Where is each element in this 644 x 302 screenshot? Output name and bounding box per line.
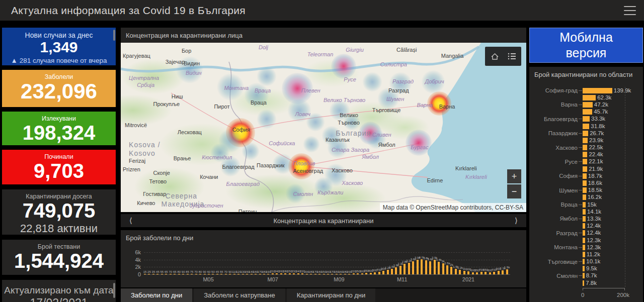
daily-bar-label: 65 bbox=[165, 270, 168, 273]
region-bar[interactable] bbox=[583, 152, 587, 157]
region-value: 12.3k bbox=[587, 244, 601, 250]
daily-bar bbox=[498, 271, 500, 274]
bar-track: 16.2k bbox=[583, 194, 643, 200]
region-bar[interactable] bbox=[583, 230, 585, 236]
region-bar[interactable] bbox=[583, 166, 587, 172]
region-bar[interactable] bbox=[583, 95, 596, 100]
tab-3[interactable]: Карантинирани по дни bbox=[287, 288, 376, 302]
region-bar[interactable] bbox=[583, 138, 588, 143]
daily-bar bbox=[450, 267, 452, 274]
axis-tick bbox=[578, 261, 583, 262]
region-value: 10.1k bbox=[586, 258, 600, 264]
daily-bar-label: 80 bbox=[199, 270, 202, 273]
region-bar[interactable] bbox=[583, 209, 586, 215]
region-bar[interactable] bbox=[583, 173, 587, 179]
daily-bar bbox=[220, 274, 222, 274]
daily-bar bbox=[374, 272, 376, 274]
daily-bar bbox=[463, 271, 465, 274]
daily-bar bbox=[191, 274, 193, 274]
region-bar[interactable] bbox=[583, 102, 593, 108]
axis-tick bbox=[578, 275, 583, 276]
daily-chart-panel: Брой заболели по дни 6k4k2k0152535455565… bbox=[121, 230, 526, 287]
region-bar[interactable] bbox=[583, 280, 584, 286]
region-row: 22.4k bbox=[529, 151, 643, 158]
region-bar[interactable] bbox=[583, 88, 612, 93]
daily-bar bbox=[170, 274, 172, 274]
hamburger-menu-icon[interactable] bbox=[624, 6, 636, 15]
tab-2[interactable]: Заболели с натрупване bbox=[194, 288, 285, 302]
daily-bar bbox=[493, 272, 495, 274]
scrollbar[interactable] bbox=[113, 30, 115, 41]
daily-bar bbox=[310, 274, 312, 274]
bar-track: 18.7k bbox=[583, 173, 643, 179]
bar-track: 12.3k bbox=[583, 238, 643, 243]
daily-bar bbox=[438, 262, 440, 274]
region-row: 23.9k bbox=[529, 137, 643, 144]
region-row: Ямбол13.3k bbox=[529, 215, 643, 222]
daily-bar bbox=[225, 274, 227, 274]
daily-bar bbox=[233, 274, 235, 274]
x-axis-tick: M09 bbox=[334, 276, 344, 282]
quarantined-card: Карантинирани досега 749,075 22,818 акти… bbox=[2, 189, 116, 235]
region-bar[interactable] bbox=[583, 109, 592, 115]
map-zoom-controls: + − bbox=[507, 169, 521, 198]
region-value: 26.7k bbox=[590, 130, 604, 136]
daily-bar bbox=[289, 273, 291, 274]
map-legend-button[interactable] bbox=[504, 49, 519, 64]
region-bar[interactable] bbox=[583, 202, 586, 208]
region-bar[interactable] bbox=[583, 216, 586, 222]
daily-bar bbox=[144, 274, 146, 274]
daily-bar bbox=[242, 274, 244, 274]
bar-track: 12.4k bbox=[583, 223, 643, 229]
region-chart[interactable]: София-град139.9k62.3kВарна47.2k45.7kБлаг… bbox=[529, 87, 643, 286]
region-row: Русе22.1k bbox=[529, 158, 643, 165]
region-bar[interactable] bbox=[583, 252, 585, 257]
app-header: Актуална информация за Covid 19 в Българ… bbox=[0, 0, 644, 22]
daily-bar bbox=[382, 271, 384, 274]
carousel-next-button[interactable]: ⟩ bbox=[506, 216, 526, 226]
region-bar[interactable] bbox=[583, 116, 590, 122]
daily-bar bbox=[361, 273, 363, 274]
bar-track: 18.5k bbox=[583, 187, 643, 193]
map-canvas[interactable]: КрагујевацБорЗајечарВидинВидинDoljTeleor… bbox=[121, 43, 526, 212]
region-bar[interactable] bbox=[583, 187, 587, 193]
region-label: Русе bbox=[529, 159, 578, 165]
carousel-prev-button[interactable]: ⟨ bbox=[121, 216, 141, 226]
daily-chart-plot[interactable]: 6k4k2k0152535455565706580908575708090605… bbox=[144, 252, 510, 274]
zoom-in-button[interactable]: + bbox=[507, 169, 521, 183]
scrollbar[interactable] bbox=[113, 283, 115, 298]
region-bar[interactable] bbox=[583, 194, 586, 200]
region-bar[interactable] bbox=[583, 273, 585, 278]
region-bar[interactable] bbox=[583, 180, 587, 186]
region-bar[interactable] bbox=[583, 245, 585, 250]
region-bar[interactable] bbox=[583, 266, 585, 271]
page-title: Актуална информация за Covid 19 в Българ… bbox=[11, 5, 246, 17]
chevron-left-icon: ⟨ bbox=[129, 216, 132, 225]
region-label: Враца bbox=[529, 202, 578, 208]
region-bar[interactable] bbox=[583, 259, 585, 264]
zoom-out-button[interactable]: − bbox=[507, 184, 521, 198]
map-home-button[interactable] bbox=[487, 49, 502, 64]
region-bar[interactable] bbox=[583, 159, 587, 164]
region-chart-panel: Брой карантинирани по области София-град… bbox=[529, 67, 643, 302]
region-bar[interactable] bbox=[583, 238, 585, 243]
mobile-version-button[interactable]: Мобилна версия bbox=[529, 28, 643, 63]
legend-icon bbox=[508, 53, 516, 60]
daily-bar-label: 45 bbox=[216, 270, 219, 273]
region-value: 18.5k bbox=[588, 187, 602, 193]
region-row: 12.4k bbox=[529, 223, 643, 230]
bar-track: 9.5k bbox=[583, 266, 643, 271]
region-bar[interactable] bbox=[583, 145, 587, 150]
region-bar[interactable] bbox=[583, 124, 589, 129]
daily-bar-label: 3.4k bbox=[436, 258, 441, 261]
infected-card: Заболели 232,096 bbox=[2, 70, 116, 107]
daily-bar bbox=[446, 265, 448, 274]
daily-bar bbox=[293, 273, 295, 274]
updated-card: Актуализирано към дата 17/02/2021 bbox=[2, 280, 116, 302]
region-bar[interactable] bbox=[583, 131, 588, 136]
tab-1[interactable]: Заболели по дни bbox=[121, 288, 192, 302]
daily-bar-label: 55 bbox=[160, 270, 164, 273]
daily-bar bbox=[408, 263, 410, 274]
region-label: Хасково bbox=[529, 145, 578, 151]
region-bar[interactable] bbox=[583, 223, 585, 229]
